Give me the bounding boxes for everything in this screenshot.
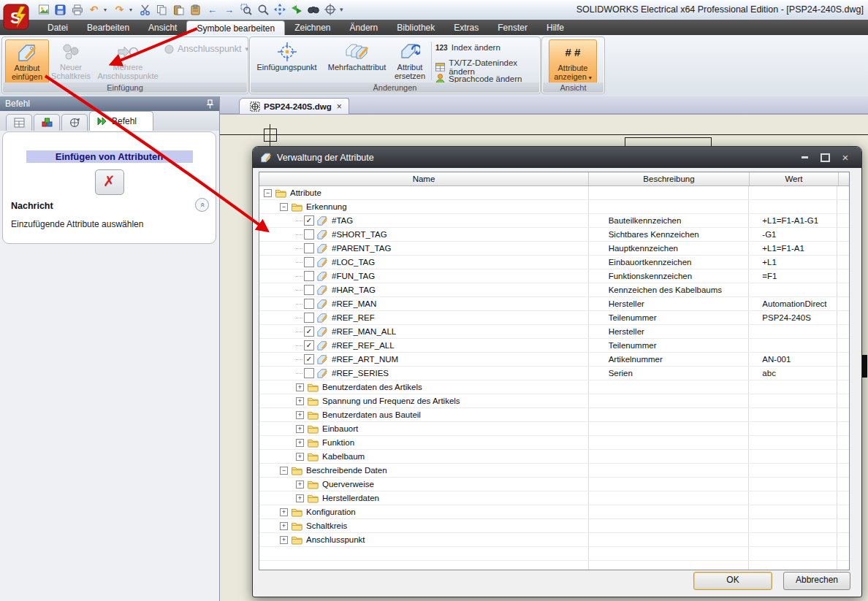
expand-toggle[interactable]: + (280, 508, 288, 516)
expand-toggle[interactable]: + (280, 522, 288, 530)
tree-row-anschlusspunkt[interactable]: +Anschlusspunkt (259, 533, 849, 547)
tab-components[interactable] (34, 114, 60, 131)
menu-item-datei[interactable]: Datei (38, 20, 77, 35)
expand-toggle[interactable]: + (296, 494, 304, 502)
dialog-title-bar[interactable]: Verwaltung der Attribute × (253, 147, 861, 168)
clipboard-icon[interactable] (189, 3, 202, 17)
expand-toggle[interactable]: + (296, 481, 304, 489)
tree-row--ref-ref[interactable]: #REF_REFTeilenummerPSP24-240S (259, 311, 849, 325)
mehrere-anschlusspunkte-button[interactable]: Mehrere Anschlusspunkte (94, 39, 162, 85)
attribute-checkbox[interactable] (304, 313, 314, 323)
tree-row-einbauort[interactable]: +Einbauort (259, 422, 849, 436)
tree-row--ref-man-all[interactable]: ✓#REF_MAN_ALLHersteller (259, 325, 849, 339)
tree-row--ref-series[interactable]: #REF_SERIESSerienabc (259, 367, 849, 380)
attribute-checkbox[interactable] (304, 257, 314, 267)
column-header-wert[interactable]: Wert (750, 172, 839, 185)
expand-toggle[interactable]: + (296, 453, 304, 461)
tree-row-spannung-und-frequenz-des-artikels[interactable]: +Spannung und Frequenz des Artikels (259, 394, 849, 408)
neuer-schaltkreis-button[interactable]: Neuer Schaltkreis (50, 39, 92, 85)
attribute-checkbox[interactable] (304, 285, 314, 295)
insertion-point-icon[interactable] (323, 3, 337, 17)
attribute-checkbox[interactable] (304, 368, 314, 378)
menu-item-zeichnen[interactable]: Zeichnen (285, 20, 340, 35)
tree-row-benutzerdaten-des-artikels[interactable]: +Benutzerdaten des Artikels (259, 380, 849, 394)
caret-icon[interactable]: ▾ (104, 7, 110, 13)
cut-icon[interactable] (138, 3, 152, 17)
tree-row-funktion[interactable]: +Funktion (259, 436, 849, 450)
column-header-beschreibung[interactable]: Beschreibung (589, 172, 750, 185)
collapse-toggle[interactable]: − (280, 467, 288, 475)
tab-symbols[interactable] (61, 114, 88, 131)
tree-row-erkennung[interactable]: −Erkennung (259, 200, 849, 214)
menu-item-hilfe[interactable]: Hilfe (537, 20, 574, 35)
menu-item--ndern[interactable]: Ändern (340, 20, 388, 35)
zoom-magnifier-icon[interactable] (256, 3, 270, 17)
tab-properties[interactable] (6, 114, 32, 131)
menu-item-bibliothek[interactable]: Bibliothek (387, 20, 444, 35)
collapse-toggle[interactable]: − (280, 203, 288, 211)
tree-row-attribute[interactable]: −Attribute (259, 186, 849, 200)
tab-befehl[interactable]: Befehl (89, 111, 153, 131)
attribute-checkbox[interactable]: ✓ (304, 215, 314, 226)
maximize-button[interactable] (816, 151, 834, 164)
tree-row-querverweise[interactable]: +Querverweise (259, 478, 849, 491)
ok-button[interactable]: OK (693, 572, 772, 590)
sync-icon[interactable] (289, 3, 303, 17)
attribute-checkbox[interactable] (304, 243, 314, 253)
tree-row--short-tag[interactable]: #SHORT_TAGSichtbares Kennzeichen-G1 (259, 228, 849, 242)
forward-icon[interactable]: → (222, 3, 236, 17)
attribute-checkbox[interactable]: ✓ (304, 340, 314, 351)
minimize-button[interactable] (796, 151, 813, 164)
pan-icon[interactable] (273, 3, 286, 17)
attribute-checkbox[interactable]: ✓ (304, 326, 314, 337)
tree-row--tag[interactable]: ✓#TAGBauteilkennzeichen+L1=F1-A1-G1 (259, 214, 849, 228)
expand-toggle[interactable]: + (296, 383, 304, 391)
attribute-checkbox[interactable]: ✓ (304, 354, 314, 364)
tree-row--ref-ref-all[interactable]: ✓#REF_REF_ALLTeilenummer (259, 339, 849, 353)
save-icon[interactable] (53, 3, 67, 17)
copy-icon[interactable] (155, 3, 169, 17)
find-icon[interactable] (306, 3, 320, 17)
caret-icon[interactable]: ▾ (129, 7, 135, 13)
tree-row--har-tag[interactable]: #HAR_TAGKennzeichen des Kabelbaums (259, 283, 849, 297)
anschlusspunkt-dropdown[interactable]: Anschlusspunkt ▾ (164, 44, 248, 54)
redo-icon[interactable]: ↷ (113, 3, 126, 17)
tree-row--ref-art-num[interactable]: ✓#REF_ART_NUMArtikelnummerAN-001 (259, 353, 849, 367)
back-icon[interactable]: ← (205, 3, 219, 17)
tree-row--parent-tag[interactable]: #PARENT_TAGHauptkennzeichen+L1=F1-A1 (259, 242, 849, 256)
index-aendern-button[interactable]: 123 Index ändern (435, 43, 500, 52)
menu-item-symbole-bearbeiten[interactable]: Symbole bearbeiten (186, 20, 285, 35)
document-tab[interactable]: PSP24-240S.dwg × (239, 98, 349, 114)
undo-icon[interactable]: ↶ (87, 3, 101, 17)
tree-row-beschreibende-daten[interactable]: −Beschreibende Daten (259, 464, 849, 478)
expand-toggle[interactable]: + (296, 397, 304, 405)
menu-item-fenster[interactable]: Fenster (488, 20, 537, 35)
tab-close-icon[interactable]: × (337, 102, 342, 112)
menu-item-bearbeiten[interactable]: Bearbeiten (77, 20, 139, 35)
collapse-toggle[interactable]: − (264, 189, 272, 197)
menu-item-ansicht[interactable]: Ansicht (139, 20, 186, 35)
attribute-checkbox[interactable] (304, 271, 314, 281)
menu-item-extras[interactable]: Extras (444, 20, 488, 35)
attribute-checkbox[interactable] (304, 299, 314, 309)
close-button[interactable]: × (837, 151, 854, 164)
expand-toggle[interactable]: + (280, 536, 288, 544)
attribut-ersetzen-button[interactable]: Attribut ersetzen (392, 39, 428, 85)
column-header-name[interactable]: Name (259, 172, 589, 185)
attribute-checkbox[interactable] (304, 229, 314, 240)
tree-row-benutzerdaten-aus-bauteil[interactable]: +Benutzerdaten aus Bauteil (259, 408, 849, 422)
tree-row-schaltkreis[interactable]: +Schaltkreis (259, 519, 849, 533)
tree-row--fun-tag[interactable]: #FUN_TAGFunktionskennzeichen=F1 (259, 269, 849, 283)
cancel-command-button[interactable]: ✗ (95, 169, 124, 195)
mehrfachattribut-button[interactable]: Mehrfachattribut (323, 39, 391, 85)
pin-icon[interactable] (206, 99, 214, 113)
expand-toggle[interactable]: + (296, 439, 304, 447)
tree-row-konfiguration[interactable]: +Konfiguration (259, 505, 849, 519)
paste-icon[interactable] (172, 3, 186, 17)
einfuegungspunkt-button[interactable]: Einfügungspunkt (251, 39, 322, 85)
attribut-einfuegen-button[interactable]: Attribut einfügen (5, 39, 49, 86)
toolbar-options-icon[interactable]: ▾ (340, 6, 346, 13)
attribute-anzeigen-button[interactable]: # # Attribute anzeigen ▾ (549, 39, 597, 86)
tree-row--loc-tag[interactable]: #LOC_TAGEinbauortkennzeichen+L1 (259, 256, 849, 269)
zoom-window-icon[interactable] (239, 3, 253, 17)
